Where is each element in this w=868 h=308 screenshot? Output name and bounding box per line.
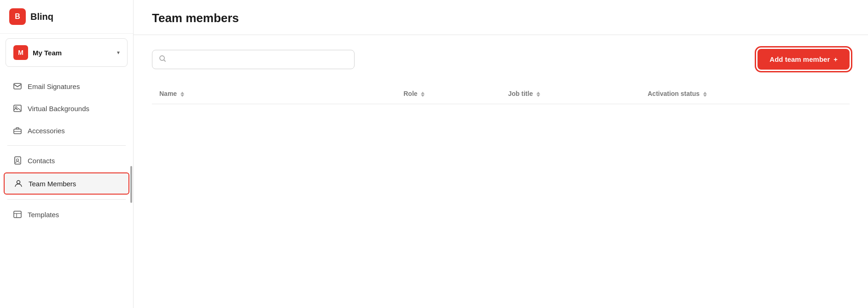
sidebar-logo: B Blinq <box>0 0 133 34</box>
page-header: Team members <box>134 0 868 35</box>
sidebar-item-templates[interactable]: Templates <box>4 204 129 225</box>
sidebar: B Blinq M My Team ▾ Email Signatures <box>0 0 134 308</box>
plus-icon: + <box>833 55 838 63</box>
members-table: Name Role Job title <box>152 83 850 104</box>
team-selector[interactable]: M My Team ▾ <box>6 38 128 67</box>
nav-divider-1 <box>7 145 126 146</box>
sidebar-item-accessories[interactable]: Accessories <box>4 120 129 141</box>
toolbar: Add team member + <box>152 49 850 70</box>
sidebar-item-email-signatures[interactable]: Email Signatures <box>4 76 129 96</box>
search-icon <box>159 55 166 64</box>
briefcase-icon <box>13 126 22 135</box>
sidebar-item-contacts[interactable]: Contacts <box>4 150 129 171</box>
svg-point-6 <box>17 181 20 184</box>
sidebar-item-label: Email Signatures <box>28 83 80 90</box>
svg-rect-0 <box>14 83 21 89</box>
scrollbar[interactable] <box>130 71 132 308</box>
chevron-down-icon: ▾ <box>117 49 120 56</box>
sort-icon-name <box>181 92 184 97</box>
sidebar-item-label: Contacts <box>28 157 55 165</box>
sort-icon-job-title <box>536 92 540 97</box>
search-container[interactable] <box>152 50 355 69</box>
col-header-job-title[interactable]: Job title <box>501 83 641 104</box>
table-header-row: Name Role Job title <box>152 83 850 104</box>
person-book-icon <box>13 156 22 165</box>
sidebar-item-label: Templates <box>28 211 59 219</box>
add-member-label: Add team member <box>769 55 830 63</box>
envelope-icon <box>13 82 22 91</box>
content-area: Add team member + Name Role <box>134 35 868 308</box>
team-name: My Team <box>33 49 112 57</box>
team-avatar: M <box>13 45 28 60</box>
sort-icon-activation-status <box>703 92 707 97</box>
svg-point-2 <box>15 107 17 108</box>
sidebar-nav: Email Signatures Virtual Backgrounds <box>0 71 133 308</box>
sidebar-item-label: Team Members <box>29 180 76 188</box>
person-icon <box>14 179 23 188</box>
svg-rect-1 <box>14 105 21 112</box>
app-logo-icon: B <box>9 8 26 25</box>
app-logo-text: Blinq <box>30 12 53 22</box>
add-team-member-button[interactable]: Add team member + <box>757 49 850 70</box>
sidebar-item-label: Accessories <box>28 127 65 135</box>
page-title: Team members <box>152 11 850 25</box>
sidebar-item-label: Virtual Backgrounds <box>28 105 89 113</box>
col-header-role[interactable]: Role <box>396 83 501 104</box>
sidebar-item-virtual-backgrounds[interactable]: Virtual Backgrounds <box>4 98 129 118</box>
nav-divider-2 <box>7 199 126 200</box>
svg-rect-7 <box>14 211 21 218</box>
search-input[interactable] <box>170 55 348 63</box>
image-icon <box>13 104 22 113</box>
sort-icon-role <box>421 92 425 97</box>
layout-icon <box>13 210 22 219</box>
table-header: Name Role Job title <box>152 83 850 104</box>
sidebar-item-team-members[interactable]: Team Members <box>4 172 129 195</box>
main-content: Team members Add team member + <box>134 0 868 308</box>
col-header-activation-status[interactable]: Activation status <box>641 83 850 104</box>
col-header-name[interactable]: Name <box>152 83 396 104</box>
scrollbar-thumb[interactable] <box>130 166 132 203</box>
svg-point-5 <box>17 159 19 161</box>
